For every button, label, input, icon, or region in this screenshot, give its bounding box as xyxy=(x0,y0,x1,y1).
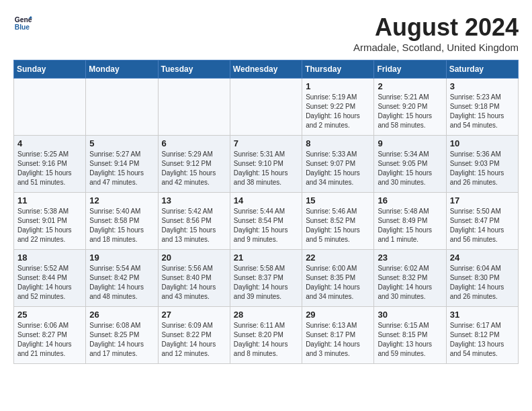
svg-text:Blue: Blue xyxy=(15,24,30,31)
calendar-cell: 8Sunrise: 5:33 AM Sunset: 9:07 PM Daylig… xyxy=(302,136,374,193)
calendar-cell: 20Sunrise: 5:56 AM Sunset: 8:40 PM Dayli… xyxy=(158,250,230,307)
day-number: 26 xyxy=(89,310,154,320)
day-content: Sunrise: 5:52 AM Sunset: 8:44 PM Dayligh… xyxy=(17,264,82,302)
calendar-cell xyxy=(86,79,158,136)
day-content: Sunrise: 6:11 AM Sunset: 8:20 PM Dayligh… xyxy=(234,321,298,359)
day-number: 23 xyxy=(378,253,442,263)
day-number: 10 xyxy=(450,138,515,148)
day-content: Sunrise: 5:21 AM Sunset: 9:20 PM Dayligh… xyxy=(378,93,442,130)
day-number: 30 xyxy=(378,310,442,320)
day-number: 4 xyxy=(17,138,82,148)
day-number: 25 xyxy=(17,310,82,320)
calendar-cell: 18Sunrise: 5:52 AM Sunset: 8:44 PM Dayli… xyxy=(14,250,86,307)
day-number: 31 xyxy=(450,310,515,320)
day-number: 11 xyxy=(17,195,82,205)
day-number: 3 xyxy=(450,81,515,91)
day-content: Sunrise: 6:17 AM Sunset: 8:12 PM Dayligh… xyxy=(450,321,515,359)
day-content: Sunrise: 5:42 AM Sunset: 8:56 PM Dayligh… xyxy=(162,207,226,244)
day-number: 7 xyxy=(234,138,298,148)
day-content: Sunrise: 6:08 AM Sunset: 8:25 PM Dayligh… xyxy=(89,321,154,359)
day-content: Sunrise: 5:40 AM Sunset: 8:58 PM Dayligh… xyxy=(89,207,154,244)
day-content: Sunrise: 6:04 AM Sunset: 8:30 PM Dayligh… xyxy=(450,264,515,302)
calendar-cell: 2Sunrise: 5:21 AM Sunset: 9:20 PM Daylig… xyxy=(374,79,446,136)
day-number: 29 xyxy=(306,310,370,320)
day-content: Sunrise: 5:31 AM Sunset: 9:10 PM Dayligh… xyxy=(234,150,298,187)
calendar-week-row: 1Sunrise: 5:19 AM Sunset: 9:22 PM Daylig… xyxy=(14,79,519,136)
day-content: Sunrise: 5:58 AM Sunset: 8:37 PM Dayligh… xyxy=(234,264,298,302)
day-number: 6 xyxy=(162,138,226,148)
weekday-header-row: SundayMondayTuesdayWednesdayThursdayFrid… xyxy=(14,60,519,79)
day-content: Sunrise: 6:15 AM Sunset: 8:15 PM Dayligh… xyxy=(378,321,442,359)
day-content: Sunrise: 6:02 AM Sunset: 8:32 PM Dayligh… xyxy=(378,264,442,302)
header: General Blue August 2024 Armadale, Scotl… xyxy=(13,13,519,53)
calendar-cell: 24Sunrise: 6:04 AM Sunset: 8:30 PM Dayli… xyxy=(446,250,518,307)
month-year-title: August 2024 xyxy=(353,13,519,42)
day-number: 20 xyxy=(162,253,226,263)
day-content: Sunrise: 5:48 AM Sunset: 8:49 PM Dayligh… xyxy=(378,207,442,244)
calendar-cell: 14Sunrise: 5:44 AM Sunset: 8:54 PM Dayli… xyxy=(230,193,302,250)
day-number: 18 xyxy=(17,253,82,263)
calendar-body: 1Sunrise: 5:19 AM Sunset: 9:22 PM Daylig… xyxy=(14,79,519,364)
calendar-cell xyxy=(158,79,230,136)
day-content: Sunrise: 5:33 AM Sunset: 9:07 PM Dayligh… xyxy=(306,150,370,187)
day-number: 1 xyxy=(306,81,370,91)
calendar-cell: 9Sunrise: 5:34 AM Sunset: 9:05 PM Daylig… xyxy=(374,136,446,193)
day-content: Sunrise: 6:06 AM Sunset: 8:27 PM Dayligh… xyxy=(17,321,82,359)
day-content: Sunrise: 5:56 AM Sunset: 8:40 PM Dayligh… xyxy=(162,264,226,302)
calendar-cell: 19Sunrise: 5:54 AM Sunset: 8:42 PM Dayli… xyxy=(86,250,158,307)
calendar-cell: 21Sunrise: 5:58 AM Sunset: 8:37 PM Dayli… xyxy=(230,250,302,307)
logo-icon: General Blue xyxy=(13,13,32,32)
day-number: 2 xyxy=(378,81,442,91)
calendar-cell: 26Sunrise: 6:08 AM Sunset: 8:25 PM Dayli… xyxy=(86,307,158,364)
day-content: Sunrise: 6:09 AM Sunset: 8:22 PM Dayligh… xyxy=(162,321,226,359)
calendar-cell: 3Sunrise: 5:23 AM Sunset: 9:18 PM Daylig… xyxy=(446,79,518,136)
calendar-cell: 22Sunrise: 6:00 AM Sunset: 8:35 PM Dayli… xyxy=(302,250,374,307)
day-number: 9 xyxy=(378,138,442,148)
day-number: 16 xyxy=(378,195,442,205)
calendar-cell: 11Sunrise: 5:38 AM Sunset: 9:01 PM Dayli… xyxy=(14,193,86,250)
calendar-cell xyxy=(230,79,302,136)
day-number: 19 xyxy=(89,253,154,263)
calendar-cell: 12Sunrise: 5:40 AM Sunset: 8:58 PM Dayli… xyxy=(86,193,158,250)
day-content: Sunrise: 6:13 AM Sunset: 8:17 PM Dayligh… xyxy=(306,321,370,359)
calendar-cell: 1Sunrise: 5:19 AM Sunset: 9:22 PM Daylig… xyxy=(302,79,374,136)
calendar-cell: 27Sunrise: 6:09 AM Sunset: 8:22 PM Dayli… xyxy=(158,307,230,364)
weekday-header-cell: Tuesday xyxy=(158,60,230,79)
day-number: 28 xyxy=(234,310,298,320)
weekday-header-cell: Saturday xyxy=(446,60,518,79)
calendar-week-row: 11Sunrise: 5:38 AM Sunset: 9:01 PM Dayli… xyxy=(14,193,519,250)
day-number: 24 xyxy=(450,253,515,263)
svg-text:General: General xyxy=(15,16,32,24)
day-number: 8 xyxy=(306,138,370,148)
weekday-header-cell: Thursday xyxy=(302,60,374,79)
day-content: Sunrise: 5:46 AM Sunset: 8:52 PM Dayligh… xyxy=(306,207,370,244)
day-number: 12 xyxy=(89,195,154,205)
day-content: Sunrise: 6:00 AM Sunset: 8:35 PM Dayligh… xyxy=(306,264,370,302)
day-content: Sunrise: 5:23 AM Sunset: 9:18 PM Dayligh… xyxy=(450,93,515,130)
day-number: 27 xyxy=(162,310,226,320)
calendar-cell: 6Sunrise: 5:29 AM Sunset: 9:12 PM Daylig… xyxy=(158,136,230,193)
weekday-header-cell: Sunday xyxy=(14,60,86,79)
weekday-header-cell: Friday xyxy=(374,60,446,79)
calendar-cell: 31Sunrise: 6:17 AM Sunset: 8:12 PM Dayli… xyxy=(446,307,518,364)
logo: General Blue xyxy=(13,13,32,32)
day-content: Sunrise: 5:34 AM Sunset: 9:05 PM Dayligh… xyxy=(378,150,442,187)
calendar-cell xyxy=(14,79,86,136)
day-content: Sunrise: 5:38 AM Sunset: 9:01 PM Dayligh… xyxy=(17,207,82,244)
day-number: 14 xyxy=(234,195,298,205)
weekday-header-cell: Wednesday xyxy=(230,60,302,79)
calendar-cell: 16Sunrise: 5:48 AM Sunset: 8:49 PM Dayli… xyxy=(374,193,446,250)
title-section: August 2024 Armadale, Scotland, United K… xyxy=(353,13,519,53)
location-subtitle: Armadale, Scotland, United Kingdom xyxy=(353,42,519,53)
calendar-cell: 10Sunrise: 5:36 AM Sunset: 9:03 PM Dayli… xyxy=(446,136,518,193)
day-content: Sunrise: 5:54 AM Sunset: 8:42 PM Dayligh… xyxy=(89,264,154,302)
day-number: 5 xyxy=(89,138,154,148)
calendar-week-row: 25Sunrise: 6:06 AM Sunset: 8:27 PM Dayli… xyxy=(14,307,519,364)
calendar-cell: 17Sunrise: 5:50 AM Sunset: 8:47 PM Dayli… xyxy=(446,193,518,250)
calendar-cell: 30Sunrise: 6:15 AM Sunset: 8:15 PM Dayli… xyxy=(374,307,446,364)
day-content: Sunrise: 5:25 AM Sunset: 9:16 PM Dayligh… xyxy=(17,150,82,187)
day-content: Sunrise: 5:50 AM Sunset: 8:47 PM Dayligh… xyxy=(450,207,515,244)
calendar-cell: 29Sunrise: 6:13 AM Sunset: 8:17 PM Dayli… xyxy=(302,307,374,364)
calendar-cell: 25Sunrise: 6:06 AM Sunset: 8:27 PM Dayli… xyxy=(14,307,86,364)
day-number: 15 xyxy=(306,195,370,205)
